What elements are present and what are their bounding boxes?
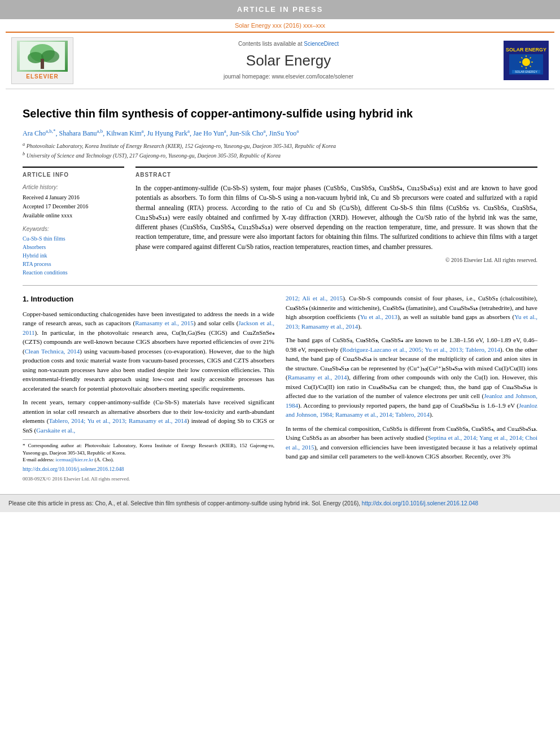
author-kihwan-kim: Kihwan Kim: [106, 129, 141, 137]
abstract-text: In the copper-antimony-sulfide (Cu-Sb-S)…: [135, 184, 537, 252]
author-shahara-banu: Shahara Banu: [59, 129, 97, 137]
ref-yu-ramasamy[interactable]: Yu et al., 2013; Ramasamy et al., 2014: [286, 313, 537, 330]
contents-available-line: Contents lists available at ScienceDirec…: [79, 40, 498, 48]
intro-rp-3: In terms of the chemical composition, Cu…: [286, 424, 537, 461]
received-date: Received 4 January 2016: [23, 194, 124, 202]
intro-section-title: 1. Introduction: [23, 294, 274, 305]
svg-point-6: [522, 58, 530, 66]
introduction-section: 1. Introduction Copper-based semiconduct…: [23, 294, 537, 483]
affiliation-b: b University of Science and Technology (…: [23, 151, 537, 160]
article-info-header: ARTICLE INFO: [23, 171, 124, 179]
ref-rodriguez[interactable]: Rodriguez-Lazcano et al., 2005; Yu et al…: [342, 346, 500, 353]
author-jun-sik-cho: Jun-Sik Cho: [230, 129, 264, 137]
author-jae-ho-yun: Jae Ho Yun: [193, 129, 224, 137]
authors-line: Ara Choa,b,*, Shahara Banua,b, Kihwan Ki…: [23, 128, 537, 138]
ref-yu-2013a[interactable]: Yu et al., 2013: [360, 313, 397, 320]
svg-rect-4: [41, 59, 44, 69]
solar-logo-title-text: SOLAR ENERGY: [506, 46, 546, 54]
journal-header-center: Contents lists available at ScienceDirec…: [73, 40, 504, 81]
journal-homepage: journal homepage: www.elsevier.com/locat…: [79, 73, 498, 81]
article-history-label: Article history:: [23, 184, 124, 191]
footnote-star: * Corresponding author at: Photovoltaic …: [23, 442, 274, 456]
keyword-5: Reaction conditions: [23, 269, 124, 277]
intro-rp-1: 2012; Ali et al., 2015). Cu-Sb-S compoun…: [286, 294, 537, 331]
ref-clean-technica[interactable]: Clean Technica, 2014: [25, 348, 80, 355]
accepted-date: Accepted 17 December 2016: [23, 203, 124, 211]
section-divider-1: [23, 285, 537, 286]
author-ju-hyung-park: Ju Hyung Park: [147, 129, 187, 137]
sciencedirect-link[interactable]: ScienceDirect: [304, 41, 339, 47]
elsevier-logo: ELSEVIER: [11, 37, 73, 84]
affiliation-a: a Photovoltaic Laboratory, Korea Institu…: [23, 141, 537, 150]
article-info-abstract: ARTICLE INFO Article history: Received 4…: [23, 167, 537, 277]
doi-link[interactable]: http://dx.doi.org/10.1016/j.solener.2016…: [23, 466, 124, 472]
article-title: Selective thin film synthesis of copper-…: [23, 106, 537, 121]
keyword-2: Absorbers: [23, 243, 124, 251]
doi-line: http://dx.doi.org/10.1016/j.solener.2016…: [23, 466, 274, 473]
abstract-column: ABSTRACT In the copper-antimony-sulfide …: [135, 167, 537, 277]
intro-para-2: In recent years, ternary copper-antimony…: [23, 397, 274, 435]
keyword-3: Hybrid ink: [23, 252, 124, 260]
intro-col-right: 2012; Ali et al., 2015). Cu-Sb-S compoun…: [286, 294, 537, 483]
available-online: Available online xxxx: [23, 212, 124, 220]
citation-text: Please cite this article in press as: Ch…: [8, 500, 362, 506]
solar-energy-logo: SOLAR ENERGY SOLAR ENERGY: [504, 41, 549, 80]
article-info-column: ARTICLE INFO Article history: Received 4…: [23, 167, 124, 277]
intro-col-left: 1. Introduction Copper-based semiconduct…: [23, 294, 274, 483]
email-link[interactable]: icemua@kier.re.kr: [55, 457, 93, 462]
intro-rp-2: The band gaps of CuSbS₂, Cu₃SbS₃, Cu₃SbS…: [286, 335, 537, 420]
intro-para-1: Copper-based semiconducting chalcogenide…: [23, 309, 274, 394]
copyright-notice: © 2016 Elsevier Ltd. All rights reserved…: [135, 256, 537, 264]
article-in-press-banner: ARTICLE IN PRESS: [0, 0, 560, 19]
footnote-email: E-mail address: icemua@kier.re.kr (A. Ch…: [23, 456, 274, 464]
journal-volume-line: Solar Energy xxx (2016) xxx–xxx: [0, 19, 560, 31]
affiliations: a Photovoltaic Laboratory, Korea Institu…: [23, 141, 537, 160]
elsevier-brand-text: ELSEVIER: [26, 73, 58, 81]
ref-ramasamy-2014[interactable]: Ramasamy et al., 2014: [288, 374, 347, 381]
keywords-label: Keywords:: [23, 225, 124, 233]
footnotes: * Corresponding author at: Photovoltaic …: [23, 439, 274, 483]
license-line: 0038-092X/© 2016 Elsevier Ltd. All right…: [23, 475, 274, 483]
ref-jeanloz[interactable]: Jeanloz and Johnson, 1984: [286, 392, 537, 409]
keyword-1: Cu-Sb-S thin films: [23, 235, 124, 243]
ref-jeanloz-2[interactable]: Jeanloz and Johnson, 1984; Ramasamy et a…: [286, 402, 537, 418]
citation-notice: Please cite this article in press as: Ch…: [0, 494, 560, 512]
journal-title: Solar Energy: [79, 50, 498, 71]
svg-text:SOLAR ENERGY: SOLAR ENERGY: [515, 70, 537, 73]
ref-2012-ali[interactable]: 2012; Ali et al., 2015: [286, 295, 343, 302]
abstract-header: ABSTRACT: [135, 171, 537, 179]
citation-doi-link[interactable]: http://dx.doi.org/10.1016/j.solener.2016…: [362, 500, 478, 506]
ref-tablero-2014[interactable]: Tablero, 2014; Yu et al., 2013; Ramasamy…: [49, 417, 187, 424]
main-content: Selective thin film synthesis of copper-…: [0, 89, 560, 488]
journal-header: ELSEVIER Contents lists available at Sci…: [6, 32, 554, 89]
ref-septina[interactable]: Septina et al., 2014; Yang et al., 2014;…: [286, 434, 537, 451]
author-ara-cho: Ara Cho: [23, 129, 46, 137]
ref-ramasamy-2015[interactable]: Ramasamy et al., 2015: [135, 320, 193, 326]
keyword-4: RTA process: [23, 260, 124, 268]
elsevier-tree-image: [17, 41, 68, 72]
ref-garskaite[interactable]: Garskaite et al.,: [36, 427, 75, 434]
author-jinsu-yoo: JinSu Yoo: [269, 129, 296, 137]
